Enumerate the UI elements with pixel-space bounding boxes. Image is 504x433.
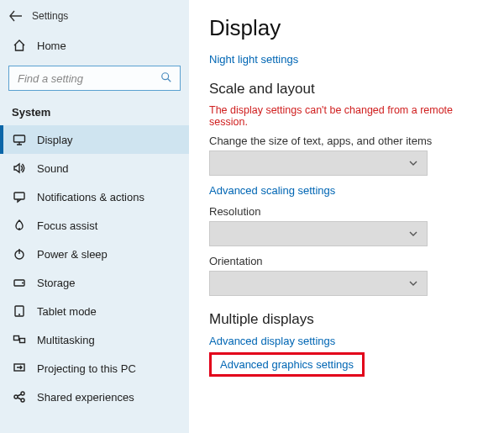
nav-label: Sound	[37, 162, 69, 175]
svg-rect-7	[14, 336, 19, 341]
section-multiple-displays: Multiple displays	[209, 311, 489, 328]
label-text-size: Change the size of text, apps, and other…	[209, 135, 489, 147]
svg-rect-8	[20, 339, 25, 343]
svg-point-12	[21, 399, 24, 402]
multitasking-icon	[12, 333, 27, 346]
svg-point-0	[162, 73, 169, 80]
nav-label: Tablet mode	[37, 305, 97, 318]
sidebar-category: System	[0, 101, 189, 125]
search-input[interactable]	[16, 71, 160, 86]
remote-session-warning: The display settings can't be changed fr…	[209, 104, 489, 128]
link-advanced-graphics[interactable]: Advanced graphics settings	[220, 358, 354, 371]
label-resolution: Resolution	[209, 205, 489, 218]
sidebar-nav: Display Sound Notifications & actions Fo…	[0, 125, 189, 411]
combo-resolution[interactable]	[209, 221, 428, 246]
chevron-down-icon	[408, 278, 418, 288]
settings-window: Settings Home System Display	[0, 0, 504, 433]
content-pane: Display Night light settings Scale and l…	[189, 0, 504, 433]
highlighted-link-box: Advanced graphics settings	[209, 352, 365, 377]
sidebar-item-tablet-mode[interactable]: Tablet mode	[0, 297, 189, 325]
sidebar-item-home[interactable]: Home	[0, 30, 189, 61]
shared-icon	[12, 390, 27, 404]
nav-label: Power & sleep	[37, 248, 108, 261]
nav-label: Display	[37, 134, 73, 146]
tablet-icon	[12, 304, 27, 318]
window-title: Settings	[32, 10, 68, 22]
back-button[interactable]	[7, 7, 25, 25]
svg-point-11	[21, 392, 24, 395]
sidebar-item-projecting[interactable]: Projecting to this PC	[0, 354, 189, 383]
chevron-down-icon	[408, 229, 418, 239]
link-advanced-scaling[interactable]: Advanced scaling settings	[209, 184, 489, 197]
link-advanced-display[interactable]: Advanced display settings	[209, 335, 489, 347]
sidebar-item-storage[interactable]: Storage	[0, 268, 189, 297]
page-title: Display	[209, 15, 489, 41]
svg-point-5	[22, 283, 24, 284]
nav-label: Projecting to this PC	[37, 362, 136, 375]
nav-label: Focus assist	[37, 219, 97, 232]
svg-rect-1	[14, 135, 25, 142]
sound-icon	[12, 161, 27, 175]
title-bar: Settings	[0, 2, 189, 30]
sidebar-item-notifications[interactable]: Notifications & actions	[0, 182, 189, 211]
sidebar-item-focus-assist[interactable]: Focus assist	[0, 211, 189, 240]
focus-assist-icon	[12, 219, 27, 232]
search-box[interactable]	[8, 66, 181, 91]
section-scale-layout: Scale and layout	[209, 81, 489, 98]
nav-label: Shared experiences	[37, 391, 134, 404]
sidebar-item-shared-experiences[interactable]: Shared experiences	[0, 383, 189, 411]
chevron-down-icon	[408, 158, 418, 168]
combo-orientation[interactable]	[209, 271, 428, 296]
power-icon	[12, 247, 27, 261]
nav-label: Notifications & actions	[37, 191, 144, 203]
link-night-light[interactable]: Night light settings	[209, 53, 489, 66]
sidebar: Settings Home System Display	[0, 0, 189, 433]
storage-icon	[12, 276, 27, 289]
nav-label: Multitasking	[37, 334, 95, 346]
sidebar-item-sound[interactable]: Sound	[0, 154, 189, 182]
sidebar-item-display[interactable]: Display	[0, 125, 189, 154]
svg-rect-2	[14, 193, 24, 199]
combo-text-size[interactable]	[209, 150, 428, 176]
display-icon	[12, 133, 27, 146]
search-icon	[160, 71, 173, 85]
search-container	[0, 61, 189, 101]
label-orientation: Orientation	[209, 255, 489, 267]
home-icon	[12, 39, 27, 52]
sidebar-item-multitasking[interactable]: Multitasking	[0, 325, 189, 354]
notifications-icon	[12, 190, 27, 203]
svg-point-10	[14, 395, 18, 399]
home-label: Home	[37, 40, 66, 52]
nav-label: Storage	[37, 277, 76, 289]
sidebar-item-power-sleep[interactable]: Power & sleep	[0, 240, 189, 268]
projecting-icon	[12, 362, 27, 375]
